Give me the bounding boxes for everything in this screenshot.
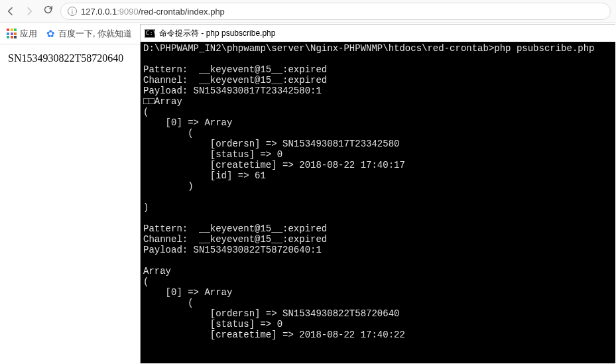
terminal-output: D:\PHPWAMP_IN2\phpwamp\server\Nginx-PHPW… <box>141 42 615 363</box>
terminal-window: C:\ 命令提示符 - php psubscribe.php D:\PHPWAM… <box>140 24 615 363</box>
baidu-bookmark-label: 百度一下, 你就知道 <box>58 28 132 40</box>
cmd-icon: C:\ <box>145 29 155 38</box>
back-button[interactable] <box>5 4 16 19</box>
baidu-icon: ✿ <box>46 28 55 40</box>
browser-toolbar: i 127.0.0.1:9090/red-crontab/index.php <box>0 0 616 23</box>
url-text: 127.0.0.1:9090/red-crontab/index.php <box>81 7 225 17</box>
reload-button[interactable] <box>42 4 54 19</box>
site-info-icon[interactable]: i <box>68 7 77 16</box>
forward-button[interactable] <box>24 4 34 19</box>
terminal-title: 命令提示符 - php psubscribe.php <box>159 28 275 39</box>
page-text: SN1534930822T58720640 <box>8 52 123 64</box>
apps-bookmark-label: 应用 <box>20 28 37 40</box>
baidu-bookmark[interactable]: ✿ 百度一下, 你就知道 <box>46 28 132 40</box>
terminal-titlebar[interactable]: C:\ 命令提示符 - php psubscribe.php <box>141 25 615 42</box>
nav-buttons <box>5 4 54 19</box>
apps-bookmark[interactable]: 应用 <box>7 28 37 40</box>
apps-icon <box>7 29 17 38</box>
address-bar[interactable]: i 127.0.0.1:9090/red-crontab/index.php <box>60 3 611 20</box>
